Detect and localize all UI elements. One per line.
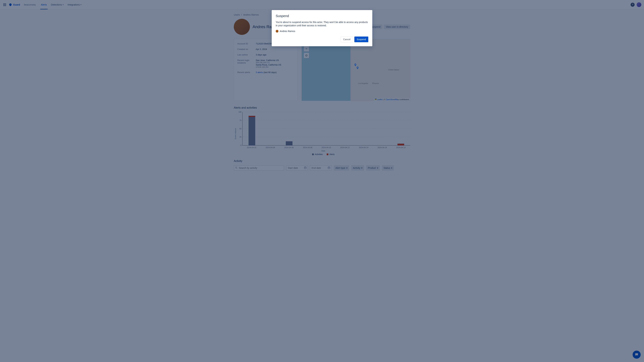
modal-actions: Cancel Suspend <box>276 36 368 42</box>
suspend-modal: Suspend You're about to suspend access f… <box>272 10 372 46</box>
modal-user-row: Andres Ramos <box>276 30 368 32</box>
modal-user-avatar <box>276 30 278 32</box>
cancel-button[interactable]: Cancel <box>340 36 353 42</box>
modal-user-name: Andres Ramos <box>280 30 295 32</box>
confirm-suspend-button[interactable]: Suspend <box>354 36 368 42</box>
modal-body: You're about to suspend access for this … <box>276 21 368 27</box>
modal-title: Suspend <box>276 14 368 18</box>
modal-overlay[interactable]: Suspend You're about to suspend access f… <box>0 0 644 362</box>
